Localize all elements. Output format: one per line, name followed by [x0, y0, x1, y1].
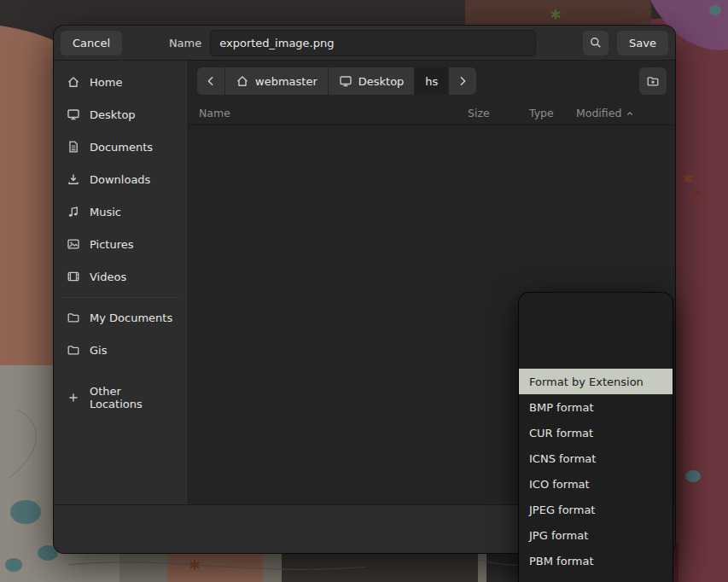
column-header-type[interactable]: Type	[529, 107, 576, 119]
sidebar-item-label: Videos	[90, 271, 126, 283]
sidebar-item-label: My Documents	[90, 311, 172, 324]
sidebar-item-label: Desktop	[90, 108, 136, 121]
sidebar-item-label: Music	[90, 206, 121, 218]
desktop-icon	[339, 74, 352, 88]
menu-item-bmp[interactable]: BMP format	[519, 394, 673, 420]
menu-item-cur[interactable]: CUR format	[519, 420, 673, 445]
filename-input[interactable]	[210, 30, 536, 56]
cancel-button[interactable]: Cancel	[61, 31, 122, 55]
folder-icon	[67, 343, 80, 357]
breadcrumb: webmaster Desktop hs	[197, 67, 476, 95]
menu-item-pgm[interactable]: PGM format	[519, 573, 673, 582]
menu-item-jpg[interactable]: JPG format	[519, 522, 673, 548]
sidebar-separator	[62, 297, 179, 298]
path-segment-label: hs	[425, 75, 438, 88]
new-folder-icon	[646, 74, 660, 88]
column-headers: Name Size Type Modified	[189, 102, 675, 125]
column-header-label: Modified	[576, 107, 621, 119]
document-icon	[67, 140, 80, 154]
path-back-button[interactable]	[197, 67, 224, 95]
sidebar-item-label: Home	[90, 76, 122, 89]
path-segment-desktop[interactable]: Desktop	[329, 67, 415, 95]
picture-icon	[67, 237, 80, 251]
search-icon	[589, 36, 603, 49]
path-segment-hs[interactable]: hs	[415, 67, 448, 95]
menu-blank-area	[519, 293, 673, 369]
sidebar-bookmark-my-documents[interactable]: My Documents	[54, 301, 188, 334]
music-note-icon	[67, 205, 80, 218]
column-header-name[interactable]: Name	[199, 107, 468, 119]
sidebar-bookmark-gis[interactable]: Gis	[54, 334, 188, 366]
sidebar-item-label: Pictures	[90, 238, 133, 251]
chevron-left-icon	[204, 74, 218, 88]
sidebar-item-label: Other Locations	[90, 385, 175, 410]
screen: Cancel Name Save Home Desktop	[0, 0, 728, 582]
sidebar-item-home[interactable]: Home	[54, 66, 188, 98]
sidebar-item-label: Documents	[90, 141, 153, 154]
download-icon	[67, 172, 80, 186]
path-segment-label: webmaster	[255, 75, 317, 88]
menu-item-ico[interactable]: ICO format	[519, 471, 673, 497]
save-button[interactable]: Save	[617, 31, 668, 55]
sidebar-item-videos[interactable]: Videos	[54, 260, 188, 293]
search-button[interactable]	[583, 31, 609, 55]
folder-icon	[67, 311, 80, 324]
sidebar-item-label: Gis	[90, 344, 107, 357]
menu-item-jpeg[interactable]: JPEG format	[519, 497, 673, 522]
home-icon	[236, 74, 249, 88]
sidebar-item-music[interactable]: Music	[54, 195, 188, 228]
sidebar-item-downloads[interactable]: Downloads	[54, 163, 188, 195]
new-folder-button[interactable]	[639, 67, 667, 95]
path-forward-button[interactable]	[449, 67, 476, 95]
places-sidebar: Home Desktop Documents Downloads Music	[54, 61, 189, 504]
sidebar-item-documents[interactable]: Documents	[54, 131, 188, 163]
column-header-modified[interactable]: Modified	[576, 107, 665, 119]
sidebar-item-pictures[interactable]: Pictures	[54, 228, 188, 260]
chevron-right-icon	[456, 74, 469, 88]
column-header-size[interactable]: Size	[468, 107, 529, 119]
video-icon	[67, 270, 80, 283]
path-segment-label: Desktop	[358, 75, 405, 88]
plus-icon	[67, 391, 80, 404]
sidebar-item-desktop[interactable]: Desktop	[54, 98, 188, 131]
filename-label: Name	[169, 37, 201, 49]
file-format-menu: Format by Extension BMP format CUR forma…	[519, 293, 673, 582]
home-icon	[67, 75, 80, 89]
sidebar-item-label: Downloads	[90, 173, 150, 186]
dialog-headerbar: Cancel Name Save	[54, 26, 675, 61]
path-bar: webmaster Desktop hs	[189, 61, 675, 102]
menu-item-pbm[interactable]: PBM format	[519, 548, 673, 573]
menu-item-format-by-extension[interactable]: Format by Extension	[519, 369, 673, 394]
sidebar-item-other-locations[interactable]: Other Locations	[54, 381, 188, 414]
sidebar-gap	[54, 366, 188, 381]
desktop-icon	[67, 108, 80, 121]
path-segment-webmaster[interactable]: webmaster	[225, 67, 328, 95]
sort-ascending-icon	[625, 108, 635, 119]
menu-item-icns[interactable]: ICNS format	[519, 445, 673, 471]
